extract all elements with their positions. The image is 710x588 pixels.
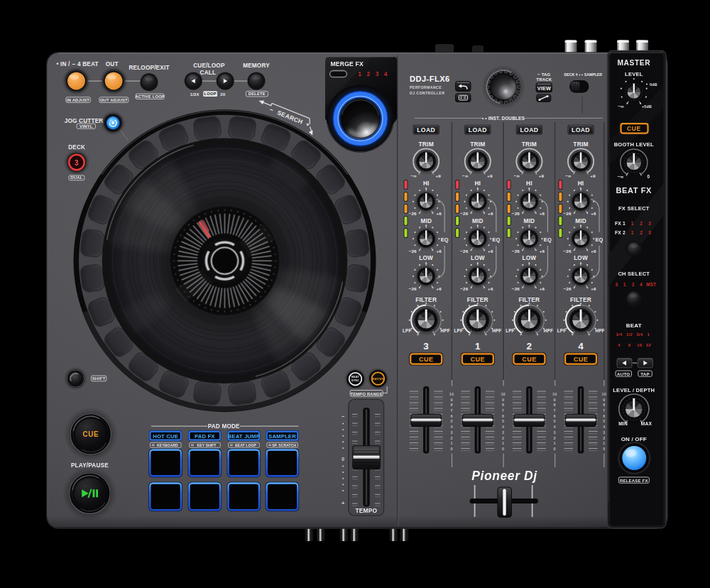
svg-text:+6: +6	[436, 286, 442, 291]
svg-text:MST: MST	[646, 282, 656, 287]
svg-text:10: 10	[449, 392, 454, 396]
svg-text:−26: −26	[563, 286, 571, 291]
svg-text:FILTER: FILTER	[518, 296, 540, 303]
svg-text:0: 0	[450, 447, 452, 451]
svg-text:3: 3	[502, 430, 504, 435]
svg-text:HPF: HPF	[544, 328, 553, 333]
svg-text:2: 2	[367, 71, 371, 77]
svg-text:+6: +6	[540, 249, 545, 254]
svg-text:2: 2	[632, 282, 635, 287]
svg-text:3: 3	[423, 341, 429, 352]
svg-text:1/4: 1/4	[616, 332, 623, 337]
svg-text:MID: MID	[420, 218, 432, 224]
svg-text:+9: +9	[435, 173, 441, 178]
svg-text:RELOOP/EXIT: RELOOP/EXIT	[129, 65, 169, 71]
svg-text:2X: 2X	[220, 92, 226, 97]
svg-text:HPF: HPF	[595, 328, 604, 333]
svg-text:4: 4	[554, 425, 556, 429]
svg-text:Pioneer Dj: Pioneer Dj	[471, 469, 537, 483]
svg-text:6: 6	[554, 414, 556, 418]
svg-text:1: 1	[475, 341, 481, 352]
svg-text:KEY SHIFT: KEY SHIFT	[197, 443, 217, 447]
svg-text:+6: +6	[540, 286, 545, 291]
svg-text:JOG CUTTER: JOG CUTTER	[65, 118, 104, 124]
svg-text:MASTER: MASTER	[617, 59, 650, 67]
svg-text:CUE: CUE	[82, 430, 99, 438]
svg-text:8: 8	[603, 403, 605, 407]
svg-text:HPF: HPF	[441, 328, 450, 333]
svg-text:EQ: EQ	[492, 236, 500, 243]
svg-text:−26: −26	[460, 211, 468, 216]
svg-text:32: 32	[646, 342, 652, 347]
svg-text:KEYBOARD: KEYBOARD	[157, 443, 178, 447]
svg-text:+6: +6	[488, 249, 493, 254]
svg-text:4: 4	[618, 342, 621, 347]
svg-text:+6: +6	[488, 286, 493, 291]
svg-text:−26: −26	[409, 286, 417, 291]
svg-text:6: 6	[502, 414, 504, 418]
svg-text:MERGE FX: MERGE FX	[331, 60, 364, 67]
svg-text:8: 8	[450, 403, 452, 407]
svg-text:−26: −26	[409, 211, 417, 216]
svg-text:−26: −26	[563, 249, 571, 254]
svg-text:+: +	[342, 500, 345, 506]
svg-text:HI: HI	[475, 180, 481, 187]
svg-text:FILTER: FILTER	[467, 296, 488, 303]
svg-text:+6: +6	[591, 211, 596, 216]
svg-text:9: 9	[450, 398, 452, 402]
svg-text:MID: MID	[575, 218, 586, 224]
svg-text:DELETE: DELETE	[248, 92, 266, 96]
svg-text:3/4: 3/4	[636, 332, 643, 337]
svg-text:HOT CUE: HOT CUE	[153, 433, 178, 440]
svg-text:TRIM: TRIM	[522, 141, 537, 148]
svg-text:− TAG: − TAG	[537, 72, 551, 77]
svg-text:TRIM: TRIM	[470, 141, 485, 148]
svg-text:PAD FX: PAD FX	[195, 433, 215, 440]
svg-text:8: 8	[554, 403, 556, 407]
svg-text:1: 1	[603, 441, 605, 445]
svg-text:9: 9	[554, 398, 556, 402]
svg-text:− 4 BEAT: − 4 BEAT	[72, 61, 99, 67]
svg-text:MID: MID	[472, 218, 484, 224]
svg-text:−26: −26	[512, 249, 520, 254]
svg-text:SP. SCRATCH: SP. SCRATCH	[272, 443, 296, 447]
svg-text:• IN /: • IN /	[57, 61, 71, 67]
svg-text:4: 4	[640, 282, 643, 287]
svg-text:4: 4	[502, 425, 504, 429]
svg-text:+9: +9	[487, 173, 493, 178]
svg-text:−∞: −∞	[618, 174, 624, 179]
svg-text:VINYL: VINYL	[80, 124, 93, 129]
svg-text:4: 4	[578, 341, 584, 352]
svg-text:LOAD: LOAD	[469, 126, 487, 134]
svg-text:+6: +6	[488, 211, 493, 216]
svg-text:2: 2	[640, 230, 643, 235]
svg-text:PERFORMANCE: PERFORMANCE	[410, 85, 442, 89]
svg-text:CUE: CUE	[627, 125, 641, 132]
svg-text:+6: +6	[436, 211, 442, 216]
svg-text:8: 8	[502, 403, 504, 407]
svg-text:TEMPO: TEMPO	[355, 507, 377, 514]
svg-text:FX 1: FX 1	[615, 221, 626, 226]
svg-text:LOW: LOW	[471, 255, 485, 261]
svg-text:−26: −26	[460, 286, 468, 291]
svg-text:FX 2: FX 2	[615, 230, 626, 235]
svg-text:CUE: CUE	[574, 356, 589, 363]
svg-text:−∞: −∞	[565, 173, 571, 178]
svg-text:LOW: LOW	[574, 255, 588, 261]
svg-text:MEMORY: MEMORY	[243, 62, 270, 69]
svg-text:BEAT: BEAT	[626, 322, 642, 329]
svg-text:OUT ADJUST: OUT ADJUST	[100, 98, 128, 102]
svg-text:1: 1	[648, 332, 650, 337]
svg-text:LPF: LPF	[454, 328, 464, 333]
svg-text:0dB: 0dB	[650, 82, 657, 87]
svg-text:3: 3	[554, 430, 556, 435]
svg-text:0: 0	[502, 447, 504, 451]
svg-text:CUE: CUE	[522, 356, 537, 363]
svg-text:6: 6	[603, 414, 605, 418]
svg-text:EQ: EQ	[595, 236, 603, 243]
svg-text:1: 1	[631, 221, 634, 226]
svg-text:+9: +9	[590, 173, 596, 178]
svg-text:3: 3	[648, 230, 651, 235]
svg-text:MIN: MIN	[618, 421, 628, 426]
svg-text:4: 4	[384, 71, 388, 77]
